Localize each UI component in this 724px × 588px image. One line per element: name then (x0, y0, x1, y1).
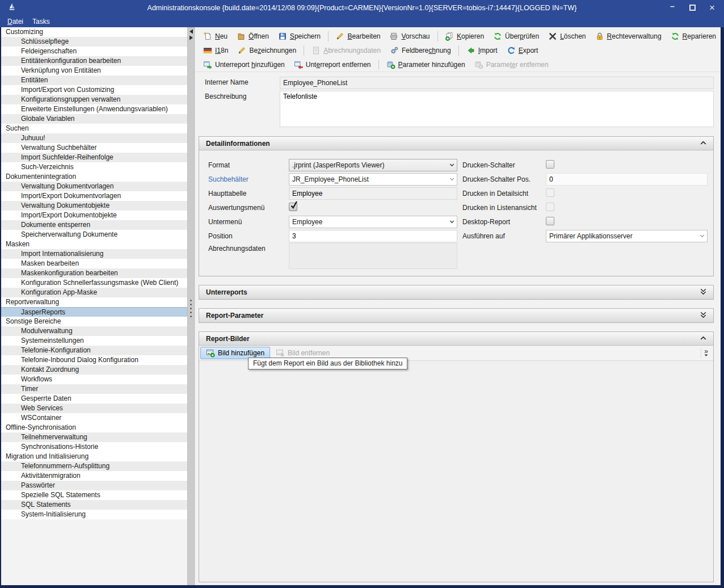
sidebar-item[interactable]: Spezielle SQL Statements (1, 490, 187, 500)
ueberpruefen-button[interactable]: Überprüfen (489, 30, 544, 43)
loeschen-button[interactable]: Löschen (544, 30, 590, 43)
drucken-schalter-checkbox[interactable] (546, 160, 554, 169)
bezeichnungen-button[interactable]: Bezeichnungen (233, 44, 301, 57)
auswertungsmenue-checkbox[interactable] (289, 203, 297, 211)
sidebar-item[interactable]: Entitätenkonfiguration bearbeiten (1, 56, 187, 66)
sidebar-item[interactable]: Timer (1, 384, 187, 394)
vorschau-button[interactable]: Vorschau (385, 30, 434, 43)
sidebar-item[interactable]: Konfiguration Schnellerfassungsmaske (We… (1, 278, 187, 288)
sidebar-item[interactable]: Globale Variablen (1, 114, 187, 124)
sidebar-item[interactable]: WSContainer (1, 413, 187, 423)
sidebar-item[interactable]: Synchronisations-Historie (1, 442, 187, 452)
sidebar-item[interactable]: Dokumentenintegration (1, 172, 187, 182)
untermenue-select[interactable]: Employee (289, 216, 457, 228)
menu-tasks[interactable]: Tasks (32, 18, 50, 26)
sidebar-item[interactable]: Suchen (1, 124, 187, 133)
sidebar-item[interactable]: System-Initialisierung (1, 510, 187, 519)
sidebar-item[interactable]: Offline-Synchronisation (1, 423, 187, 432)
sidebar-item[interactable]: Passwörter (1, 481, 187, 490)
rechteverwaltung-button[interactable]: Rechteverwaltung (591, 30, 666, 43)
sidebar-item[interactable]: Import/Export von Customizing (1, 85, 187, 95)
sidebar-item[interactable]: SQL Statements (1, 500, 187, 510)
sidebar-item[interactable]: Feldeigenschaften (1, 47, 187, 56)
expand-double-down-icon[interactable] (699, 287, 708, 297)
beschreibung-textarea[interactable]: Telefonliste (280, 91, 714, 127)
sidebar-item[interactable]: Telefonnummern-Aufsplittung (1, 461, 187, 471)
sidebar-item[interactable]: Import/Export Dokumentvorlagen (1, 191, 187, 201)
speichern-button[interactable]: Speichern (273, 30, 325, 43)
abrechnungsdaten-button[interactable]: Abrechnungsdaten (307, 44, 385, 57)
i18n-button[interactable]: I18n (199, 44, 233, 57)
sidebar-item[interactable]: Workflows (1, 375, 187, 384)
sidebar-item[interactable]: Customizing (1, 27, 187, 37)
sidebar-item[interactable]: Import/Export Dokumentobjekte (1, 211, 187, 220)
report-bilder-header[interactable]: Report-Bilder (199, 332, 713, 346)
sidebar-item[interactable]: Telefonie-Konfiguration (1, 346, 187, 355)
reparieren-button[interactable]: Reparieren (666, 30, 721, 43)
suchbehaelter-select[interactable]: JR_Employee_PhoneList (289, 173, 457, 186)
sidebar-item[interactable]: Systemeinstellungen (1, 336, 187, 346)
close-icon[interactable]: × (708, 4, 716, 12)
feldberechnung-button[interactable]: Feldberechnung (385, 44, 456, 57)
import-button[interactable]: Import (462, 44, 502, 57)
haupttabelle-input[interactable] (289, 187, 457, 200)
neu-button[interactable]: Neu (199, 30, 232, 43)
overflow-chevron-icon[interactable]: » (701, 348, 711, 358)
sidebar-item[interactable]: Masken (1, 240, 187, 249)
collapse-up-icon[interactable] (699, 334, 708, 343)
splitter-grip-icon[interactable] (188, 300, 194, 317)
sidebar-item[interactable]: Kontakt Zuordnung (1, 365, 187, 375)
desktop-report-checkbox[interactable] (546, 217, 554, 225)
sidebar-item[interactable]: Web Services (1, 404, 187, 413)
unterreport-entfernen-button[interactable]: Unterreport entfernen (289, 58, 376, 71)
parameter-entfernen-button[interactable]: Parameter entfernen (470, 58, 553, 71)
splitter-left-arrow-icon[interactable] (189, 29, 193, 34)
sidebar-item[interactable]: Speicherverwaltung Dokumente (1, 230, 187, 240)
interner-name-input[interactable] (280, 77, 714, 89)
sidebar-item[interactable]: Such-Verzeichnis (1, 162, 187, 172)
minimize-icon[interactable]: – (668, 4, 676, 12)
report-parameter-header[interactable]: Report-Parameter (199, 309, 713, 322)
detailinformationen-header[interactable]: Detailinformationen (199, 137, 713, 150)
sidebar-item[interactable]: Reportverwaltung (1, 297, 187, 307)
sidebar-item[interactable]: Konfiguration App-Maske (1, 288, 187, 297)
unterreport-hinzufuegen-button[interactable]: Unterreport hinzufügen (199, 58, 289, 71)
sidebar-item[interactable]: Entitäten (1, 75, 187, 85)
suchbehaelter-label[interactable]: Suchbehälter (208, 175, 289, 183)
expand-double-down-icon[interactable] (699, 310, 708, 321)
sidebar-splitter[interactable] (187, 27, 195, 585)
sidebar-item[interactable]: Schlüsselpflege (1, 37, 187, 47)
sidebar-item[interactable]: JasperReports (1, 307, 187, 317)
sidebar-item[interactable]: Juhuuu! (1, 133, 187, 143)
sidebar-item[interactable]: Maskenkonfiguration bearbeiten (1, 268, 187, 278)
sidebar-item[interactable]: Teilnehmerverwaltung (1, 432, 187, 442)
oeffnen-button[interactable]: Öffnen (232, 30, 273, 43)
sidebar-item[interactable]: Import Suchfelder-Reihenfolge (1, 153, 187, 162)
sidebar-item[interactable]: Verwaltung Dokumentobjekte (1, 201, 187, 211)
ausfuehren-auf-select[interactable]: Primärer Applikationsserver (546, 230, 708, 242)
sidebar-item[interactable]: Konfigurationsgruppen verwalten (1, 95, 187, 104)
drucken-schalter-pos-input[interactable] (546, 173, 708, 186)
unterreports-header[interactable]: Unterreports (199, 285, 713, 299)
sidebar-item[interactable]: Telefonie-Inbound Dialog Konfiguration (1, 355, 187, 365)
sidebar-item[interactable]: Verwaltung Suchbehälter (1, 143, 187, 153)
sidebar-item[interactable]: Sonstige Bereiche (1, 317, 187, 326)
export-button[interactable]: Export (502, 44, 543, 57)
sidebar-item[interactable]: Masken bearbeiten (1, 259, 187, 268)
sidebar-item[interactable]: Dokumente entsperren (1, 220, 187, 230)
position-input[interactable] (289, 230, 457, 242)
format-select[interactable]: .jrprint (JasperReports Viewer) (289, 159, 457, 171)
kopieren-button[interactable]: Kopieren (440, 30, 489, 43)
sidebar-item[interactable]: Verknüpfung von Entitäten (1, 66, 187, 75)
sidebar-item[interactable]: Erweiterte Einstellungen (Anwendungsvari… (1, 104, 187, 114)
sidebar-item[interactable]: Migration und Initialisierung (1, 452, 187, 461)
sidebar-item[interactable]: Import Internationalisierung (1, 249, 187, 259)
bearbeiten-button[interactable]: Bearbeiten (331, 30, 385, 43)
sidebar-item[interactable]: Verwaltung Dokumentvorlagen (1, 182, 187, 191)
menu-datei[interactable]: Datei (7, 18, 23, 26)
maximize-icon[interactable] (688, 4, 696, 12)
parameter-hinzufuegen-button[interactable]: Parameter hinzufügen (382, 58, 470, 71)
sidebar-item[interactable]: Modulverwaltung (1, 326, 187, 336)
collapse-up-icon[interactable] (699, 139, 708, 148)
splitter-right-arrow-icon[interactable] (189, 35, 193, 40)
